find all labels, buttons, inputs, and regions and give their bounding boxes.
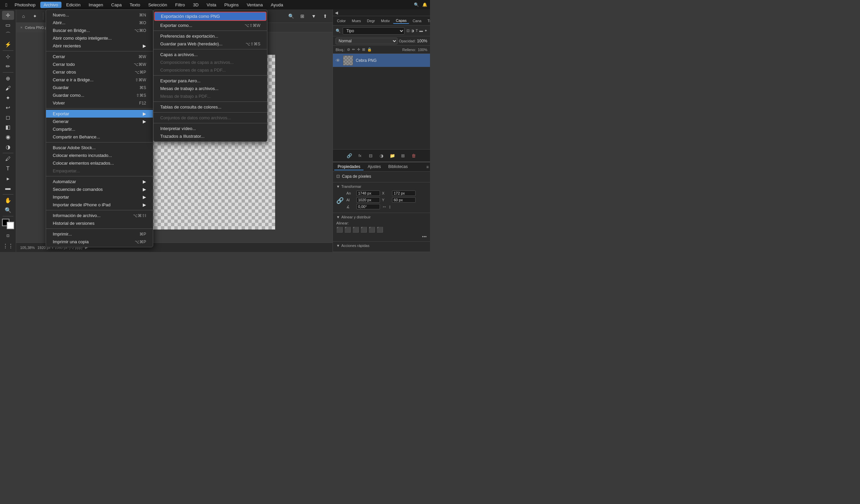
tab-motiv[interactable]: Motiv (378, 18, 392, 24)
menu-exportar-como[interactable]: Exportar como... ⌥⇧⌘W (154, 21, 267, 29)
menu-trazados-illustrator[interactable]: Trazados a Illustrator... (154, 132, 267, 140)
flip-v-btn[interactable]: ↕ (389, 204, 391, 209)
new-layer-btn[interactable]: ⊞ (399, 152, 407, 160)
quick-mask-btn[interactable]: ⊡ (2, 231, 14, 240)
lock-position-btn[interactable]: ✛ (357, 47, 360, 52)
align-bottom-btn[interactable]: ⬛ (376, 227, 383, 233)
magic-wand-tool[interactable]: ⚡ (2, 40, 14, 49)
menu-cerrar-otros[interactable]: Cerrar otros ⌥⌘P (46, 68, 153, 76)
align-center-h-btn[interactable]: ⬛ (344, 227, 351, 233)
crop-tool[interactable]: ⊹ (2, 52, 14, 61)
notification-icon[interactable]: 🔔 (422, 2, 427, 7)
menu-compartir[interactable]: Compartir... (46, 125, 153, 133)
heal-tool[interactable]: ⊕ (2, 74, 14, 83)
menu-colocar-enlazado[interactable]: Colocar elementos enlazados... (46, 159, 153, 167)
share-btn[interactable]: ⬆ (320, 11, 330, 21)
menu-importar[interactable]: Importar ▶ (46, 193, 153, 201)
width-input[interactable] (356, 190, 380, 196)
menu-export-png-fast[interactable]: Exportación rápida como PNG (154, 12, 267, 21)
tab-traza[interactable]: Traza (425, 18, 430, 24)
shape-tool[interactable]: ▬ (2, 184, 14, 193)
history-brush-tool[interactable]: ↩ (2, 103, 14, 112)
menu-capa[interactable]: Capa (108, 2, 125, 8)
layers-type-select[interactable]: Tipo (343, 27, 404, 34)
x-input[interactable] (392, 190, 416, 196)
tab-degr[interactable]: Degr (364, 18, 377, 24)
menu-edicion[interactable]: Edición (63, 2, 84, 8)
menu-info-archivo[interactable]: Información de archivo... ⌥⌘⇧I (46, 212, 153, 219)
menu-guardar[interactable]: Guardar ⌘S (46, 84, 153, 91)
menu-exportar[interactable]: Exportar ▶ (46, 110, 153, 118)
home-btn[interactable]: ⌂ (19, 11, 28, 21)
menu-adobe-stock[interactable]: Buscar Adobe Stock... (46, 144, 153, 152)
more-options-icon[interactable]: ••• (422, 234, 427, 239)
prop-tab-adjustments[interactable]: Ajustes (364, 164, 384, 170)
prop-tab-properties[interactable]: Propiedades (334, 164, 363, 170)
move-tool-btn[interactable]: ✦ (30, 11, 40, 21)
menu-cerrar-todo[interactable]: Cerrar todo ⌥⌘W (46, 60, 153, 68)
blur-tool[interactable]: ◉ (2, 132, 14, 142)
search-icon[interactable]: 🔍 (414, 2, 419, 7)
text-tool[interactable]: T (2, 164, 14, 173)
angle-input[interactable] (356, 204, 380, 209)
filter-smart-icon[interactable]: ✦ (424, 29, 427, 33)
menu-texto[interactable]: Texto (126, 2, 143, 8)
menu-smart-object[interactable]: Abrir como objeto inteligente... (46, 34, 153, 42)
brush-tool[interactable]: 🖌 (2, 84, 14, 93)
prop-tab-libraries[interactable]: Bibliotecas (385, 164, 411, 170)
lock-transparent-btn[interactable]: ⊘ (347, 47, 350, 52)
group-layers-btn[interactable]: 📁 (388, 152, 397, 160)
menu-generar[interactable]: Generar ▶ (46, 118, 153, 125)
menu-compartir-behance[interactable]: Compartir en Behance... (46, 133, 153, 141)
pen-tool[interactable]: 🖊 (2, 154, 14, 163)
menu-tablas-colores[interactable]: Tablas de consulta de colores... (154, 103, 267, 111)
select-rect-tool[interactable]: ▭ (2, 20, 14, 30)
menu-imprimir[interactable]: Imprimir... ⌘P (46, 230, 153, 238)
tab-color[interactable]: Color (334, 18, 348, 24)
background-color[interactable] (7, 222, 14, 229)
menu-pref-exportacion[interactable]: Preferencias de exportación... (154, 32, 267, 40)
menu-cerrar[interactable]: Cerrar ⌘W (46, 53, 153, 60)
menu-imprimir-copia[interactable]: Imprimir una copia ⌥⌘P (46, 238, 153, 246)
menu-automatizar[interactable]: Automatizar ▶ (46, 178, 153, 186)
menu-colocar-incrustado[interactable]: Colocar elemento incrustado... (46, 152, 153, 159)
lock-pixels-btn[interactable]: ✏ (352, 47, 355, 52)
menu-3d[interactable]: 3D (189, 2, 202, 8)
search-toolbar-btn[interactable]: 🔍 (286, 11, 296, 21)
fx-btn[interactable]: fx (356, 152, 364, 160)
menu-cerrar-bridge[interactable]: Cerrar e ir a Bridge... ⇧⌘W (46, 76, 153, 84)
more-btn[interactable]: ▼ (309, 11, 318, 21)
menu-ventana[interactable]: Ventana (243, 2, 266, 8)
menu-plugins[interactable]: Plugins (221, 2, 242, 8)
quick-actions-collapse-icon[interactable]: ▼ (336, 244, 340, 248)
move-tool[interactable]: ✛ (2, 11, 14, 20)
menu-secuencias[interactable]: Secuencias de comandos ▶ (46, 186, 153, 193)
menu-archivo[interactable]: Archivo (40, 2, 61, 8)
path-select-tool[interactable]: ▸ (2, 174, 14, 183)
y-input[interactable] (392, 197, 416, 203)
transform-collapse-icon[interactable]: ▼ (336, 185, 340, 188)
menu-filtro[interactable]: Filtro (172, 2, 188, 8)
stamp-tool[interactable]: ✦ (2, 93, 14, 102)
menu-ayuda[interactable]: Ayuda (268, 2, 287, 8)
align-left-btn[interactable]: ⬛ (336, 227, 343, 233)
lock-all-btn[interactable]: 🔒 (367, 47, 372, 52)
hand-tool[interactable]: ✋ (2, 196, 14, 205)
menu-vista[interactable]: Vista (203, 2, 220, 8)
prop-options-icon[interactable]: ≡ (426, 164, 429, 169)
align-right-btn[interactable]: ⬛ (353, 227, 359, 233)
filter-pixel-icon[interactable]: ⊡ (406, 29, 410, 33)
tab-capas[interactable]: Capas (393, 18, 409, 24)
menu-historial-versiones[interactable]: Historial de versiones (46, 219, 153, 227)
gradient-tool[interactable]: ◧ (2, 123, 14, 132)
tab-cana[interactable]: Cana (410, 18, 424, 24)
menu-photoshop[interactable]: Photoshop (11, 2, 39, 8)
extra-tools-btn[interactable]: ⋮⋮ (2, 242, 14, 251)
apple-menu[interactable]:  (3, 2, 10, 8)
zoom-tool[interactable]: 🔍 (2, 206, 14, 215)
color-swatches[interactable] (2, 219, 14, 229)
menu-interpretar-video[interactable]: Interpretar vídeo... (154, 125, 267, 132)
filter-text-icon[interactable]: T (416, 29, 418, 33)
dodge-tool[interactable]: ◑ (2, 142, 14, 152)
lasso-tool[interactable]: ⌒ (2, 30, 14, 39)
